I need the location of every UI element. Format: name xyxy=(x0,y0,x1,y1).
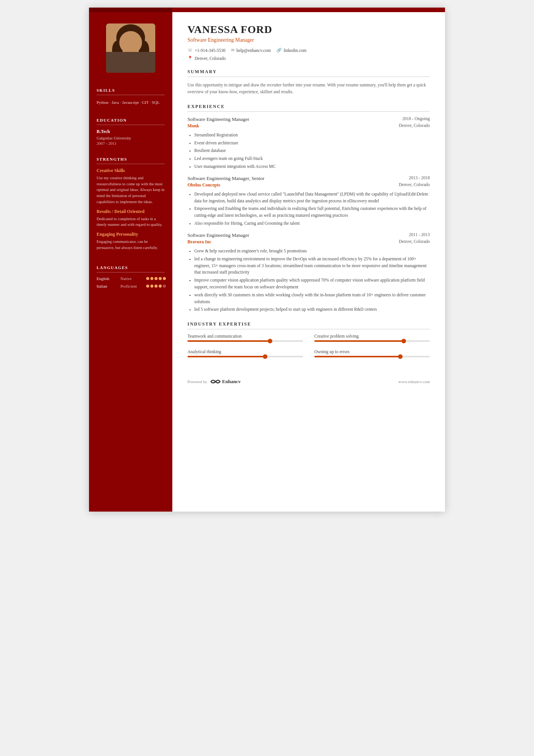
expertise-bar-bg-3 xyxy=(187,356,303,357)
svg-point-8 xyxy=(134,43,136,45)
contact-website: 🔗 linkedin.com xyxy=(276,48,306,53)
strengths-title: STRENGTHS xyxy=(97,157,165,164)
expertise-bar-bg-4 xyxy=(314,356,430,357)
contact-location: 📍 Denver, Colorado xyxy=(187,56,226,61)
job-3-company: Bravura Inc xyxy=(187,239,211,245)
expertise-section: INDUSTRY EXPERTISE Teamwork and communic… xyxy=(187,321,430,359)
job-3-dates: 2011 - 2013 xyxy=(409,232,430,237)
dot-3 xyxy=(155,277,158,280)
avatar xyxy=(106,23,155,73)
expertise-item-4: Owning up to errors xyxy=(314,349,430,357)
strength-1-desc: Use my creative thinking and resourceful… xyxy=(97,175,165,205)
bullet-item: Led avengers team on going Full-Stack xyxy=(194,155,430,162)
svg-point-1 xyxy=(116,24,145,52)
language-name-english: English xyxy=(97,276,117,281)
skills-list: Python · Java · Javascript · GIT · SQL xyxy=(97,99,165,106)
job-3-company-row: Bravura Inc Denver, Colorado xyxy=(187,239,430,245)
strength-2-title: Results / Detail Oriented xyxy=(97,209,165,214)
sidebar-top-bar xyxy=(89,8,172,12)
job-1-dates: 2018 - Ongoing xyxy=(402,116,430,121)
contact-email: ✉ help@enhancv.com xyxy=(231,48,271,53)
job-1-location: Denver, Colorado xyxy=(399,123,430,129)
expertise-item-3: Analytical thinking xyxy=(187,349,303,357)
expertise-label-1: Teamwork and communication xyxy=(187,334,303,338)
bullet-item: Grew & help succeeded in engineer's role… xyxy=(194,248,430,255)
strength-1-title: Creative Skills xyxy=(97,168,165,174)
language-level-italian: Proficient xyxy=(120,284,143,288)
svg-point-4 xyxy=(139,41,149,59)
strength-2-desc: Dedicated to completion of tasks in a ti… xyxy=(97,216,165,228)
job-3-location: Denver, Colorado xyxy=(399,239,430,245)
contact-phone: ☏ +1-914-345-5530 xyxy=(187,48,225,53)
job-1-bullets: Streamlined Registration Event driven ar… xyxy=(187,132,430,170)
bullet-item: User management integration with Access … xyxy=(194,163,430,170)
dot-5 xyxy=(163,285,166,288)
strength-3-desc: Engaging communicator, can be persuasive… xyxy=(97,239,165,251)
bullet-item: Streamlined Registration xyxy=(194,132,430,139)
expertise-item-2: Creative problem solving xyxy=(314,334,430,342)
link-icon: 🔗 xyxy=(276,48,282,53)
job-1-company-row: Monk Denver, Colorado xyxy=(187,123,430,129)
bullet-item: Empowering and Enabling the teams and in… xyxy=(194,205,430,219)
dot-4 xyxy=(159,285,162,288)
svg-point-3 xyxy=(112,41,123,59)
dot-5 xyxy=(163,277,166,280)
powered-by-text: Powered by xyxy=(187,379,207,384)
location-icon: 📍 xyxy=(187,56,193,61)
top-bar-right xyxy=(172,8,445,12)
summary-section: SUMMARY Use this opportunity to intrigue… xyxy=(187,69,430,95)
expertise-title: INDUSTRY EXPERTISE xyxy=(187,321,430,329)
contact-row-2: 📍 Denver, Colorado xyxy=(187,56,430,61)
languages-title: LANGUAGES xyxy=(97,265,165,272)
skills-section: SKILLS Python · Java · Javascript · GIT … xyxy=(89,82,172,112)
sidebar: SKILLS Python · Java · Javascript · GIT … xyxy=(89,8,172,512)
svg-point-5 xyxy=(125,42,128,45)
job-2-bullets: Developed and deployed new cloud service… xyxy=(187,191,430,227)
email-icon: ✉ xyxy=(231,48,234,53)
job-2-title: Software Engineering Manager, Senior xyxy=(187,175,264,182)
svg-point-7 xyxy=(126,43,128,45)
education-school: Galgotias University xyxy=(97,136,165,140)
education-title: EDUCATION xyxy=(97,118,165,125)
dot-3 xyxy=(155,285,158,288)
main-content: VANESSA FORD Software Engineering Manage… xyxy=(172,8,445,512)
languages-section: LANGUAGES English Native Italian Profici… xyxy=(89,260,172,297)
job-3-title: Software Engineering Manager xyxy=(187,232,249,238)
expertise-label-3: Analytical thinking xyxy=(187,349,303,354)
candidate-name: VANESSA FORD xyxy=(187,23,430,36)
expertise-item-1: Teamwork and communication xyxy=(187,334,303,342)
education-years: 2007 - 2011 xyxy=(97,141,165,146)
bullet-item: Resilient database xyxy=(194,147,430,154)
bullet-item: work directly with 30 customers in sites… xyxy=(194,292,430,305)
bullet-item: Improve computer vision application plat… xyxy=(194,277,430,291)
strength-3-title: Engaging Personality xyxy=(97,232,165,237)
education-section: EDUCATION B.Tech Galgotias University 20… xyxy=(89,112,172,151)
job-2-location: Denver, Colorado xyxy=(399,182,430,188)
website-url: linkedin.com xyxy=(284,48,306,53)
bullet-item: led 5 software platform development proj… xyxy=(194,306,430,313)
skills-title: SKILLS xyxy=(97,88,165,95)
language-row-english: English Native xyxy=(97,276,165,281)
expertise-bar-bg-1 xyxy=(187,340,303,342)
job-1-company: Monk xyxy=(187,123,199,129)
expertise-bar-fill-3 xyxy=(187,356,266,357)
job-1-header: Software Engineering Manager 2018 - Ongo… xyxy=(187,116,430,122)
job-2-header: Software Engineering Manager, Senior 201… xyxy=(187,175,430,182)
svg-point-2 xyxy=(120,33,141,58)
language-row-italian: Italian Proficient xyxy=(97,284,165,288)
bullet-item: Event driven architecture xyxy=(194,140,430,147)
enhancv-logo: Enhancv xyxy=(210,378,240,385)
dot-1 xyxy=(146,277,149,280)
job-3-bullets: Grew & help succeeded in engineer's role… xyxy=(187,248,430,313)
location-text: Denver, Colorado xyxy=(195,56,226,61)
expertise-label-4: Owning up to errors xyxy=(314,349,430,354)
expertise-bar-bg-2 xyxy=(314,340,430,342)
expertise-grid: Teamwork and communication Creative prob… xyxy=(187,334,430,359)
bullet-item: Developed and deployed new cloud service… xyxy=(194,191,430,205)
bullet-item: Also responsible for Hiring, Caring and … xyxy=(194,220,430,227)
expertise-label-2: Creative problem solving xyxy=(314,334,430,338)
language-dots-italian xyxy=(146,285,166,288)
language-name-italian: Italian xyxy=(97,284,117,288)
experience-title: EXPERIENCE xyxy=(187,104,430,112)
contact-row: ☏ +1-914-345-5530 ✉ help@enhancv.com 🔗 l… xyxy=(187,48,430,53)
